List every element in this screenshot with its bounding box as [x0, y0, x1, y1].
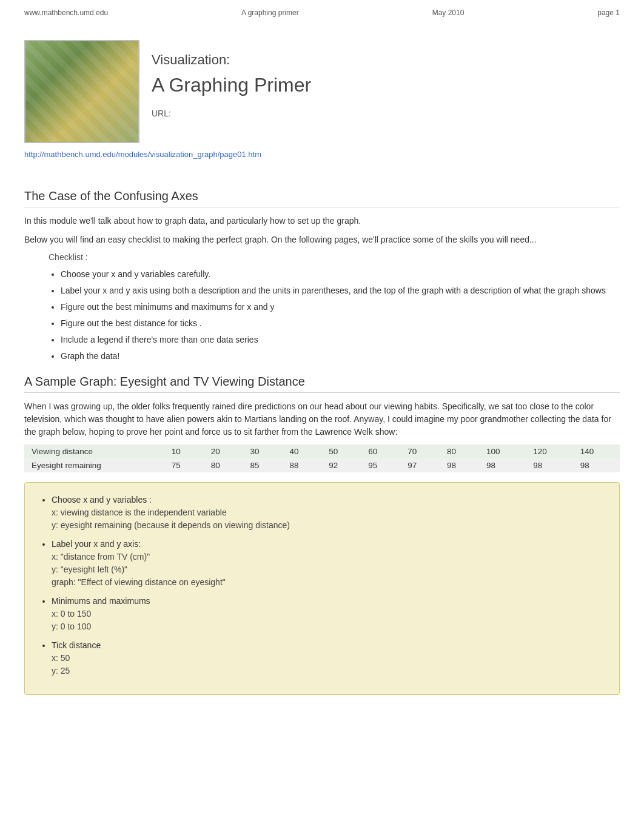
- table-cell: 100: [479, 444, 526, 458]
- table-cell: Eyesight remaining: [24, 458, 164, 472]
- section2-heading: A Sample Graph: Eyesight and TV Viewing …: [24, 375, 620, 393]
- hero-url-label: URL:: [152, 109, 311, 118]
- table-cell: 88: [282, 458, 321, 472]
- section1-heading: The Case of the Confusing Axes: [24, 189, 620, 207]
- table-cell: 75: [164, 458, 204, 472]
- table-cell: 80: [204, 458, 243, 472]
- list-item: Minimums and maximumsx: 0 to 150y: 0 to …: [52, 595, 605, 633]
- url-link[interactable]: http://mathbench.umd.edu/modules/visuali…: [24, 150, 261, 159]
- table-cell: 120: [526, 444, 572, 458]
- data-table: Viewing distance102030405060708010012014…: [24, 444, 620, 472]
- section2-checklist: Choose x and y variables :x: viewing dis…: [52, 494, 605, 677]
- site-url: www.mathbench.umd.edu: [24, 8, 108, 17]
- table-cell: 98: [440, 458, 479, 472]
- table-cell: 98: [573, 458, 620, 472]
- list-item: Figure out the best minimums and maximum…: [61, 301, 620, 314]
- hero-text: Visualization: A Graphing Primer URL:: [152, 40, 311, 118]
- table-cell: 98: [479, 458, 526, 472]
- table-cell: 10: [164, 444, 204, 458]
- section1-para1: In this module we'll talk about how to g…: [24, 215, 620, 227]
- table-cell: 40: [282, 444, 321, 458]
- list-item-sub: x: viewing distance is the independent v…: [52, 506, 605, 519]
- header-date: May 2010: [432, 8, 465, 17]
- list-item: Label your x and y axis using both a des…: [61, 284, 620, 297]
- list-item-sub: y: 0 to 100: [52, 620, 605, 633]
- list-item: Graph the data!: [61, 350, 620, 363]
- table-cell: 30: [243, 444, 283, 458]
- table-cell: 80: [440, 444, 479, 458]
- hero-section: Visualization: A Graphing Primer URL:: [0, 22, 644, 149]
- list-item-sub: y: "eyesight left (%)": [52, 563, 605, 576]
- table-cell: 70: [400, 444, 440, 458]
- section2-para1: When I was growing up, the older folks f…: [24, 400, 620, 438]
- list-item-sub: y: 25: [52, 665, 605, 677]
- table-cell: 20: [204, 444, 243, 458]
- list-item-sub: x: 50: [52, 652, 605, 665]
- hero-title: A Graphing Primer: [152, 74, 311, 96]
- hero-image: [24, 40, 139, 143]
- section1-para2: Below you will find an easy checklist to…: [24, 233, 620, 246]
- table-cell: 92: [321, 458, 361, 472]
- table-cell: 60: [361, 444, 400, 458]
- list-item-main: Label your x and y axis:: [52, 539, 141, 549]
- list-item-main: Tick distance: [52, 640, 101, 650]
- list-item: Label your x and y axis:x: "distance fro…: [52, 538, 605, 589]
- table-cell: Viewing distance: [24, 444, 164, 458]
- table-cell: 140: [573, 444, 620, 458]
- list-item: Include a legend if there's more than on…: [61, 334, 620, 346]
- list-item: Tick distancex: 50y: 25: [52, 639, 605, 677]
- header-title: A graphing primer: [241, 8, 299, 17]
- list-item-sub: x: 0 to 150: [52, 608, 605, 620]
- list-item: Choose x and y variables :x: viewing dis…: [52, 494, 605, 532]
- page-header: www.mathbench.umd.edu A graphing primer …: [0, 0, 644, 22]
- table-cell: 97: [400, 458, 440, 472]
- list-item-main: Minimums and maximums: [52, 596, 150, 606]
- table-cell: 95: [361, 458, 400, 472]
- section1-checklist: Choose your x and y variables carefully.…: [61, 268, 620, 363]
- hero-subtitle: Visualization:: [152, 52, 311, 68]
- checklist-box: Choose x and y variables :x: viewing dis…: [24, 482, 620, 695]
- list-item-sub: y: eyesight remaining (because it depend…: [52, 519, 605, 532]
- list-item-sub: graph: "Effect of viewing distance on ey…: [52, 576, 605, 589]
- checklist-label: Checklist :: [49, 252, 620, 262]
- main-content: The Case of the Confusing Axes In this m…: [0, 171, 644, 713]
- list-item-sub: x: "distance from TV (cm)": [52, 551, 605, 563]
- table-cell: 50: [321, 444, 361, 458]
- table-cell: 98: [526, 458, 572, 472]
- list-item-main: Choose x and y variables :: [52, 495, 152, 505]
- table-cell: 85: [243, 458, 283, 472]
- list-item: Choose your x and y variables carefully.: [61, 268, 620, 281]
- list-item: Figure out the best distance for ticks .: [61, 317, 620, 330]
- header-page: page 1: [597, 8, 620, 17]
- url-link-section: http://mathbench.umd.edu/modules/visuali…: [0, 149, 644, 171]
